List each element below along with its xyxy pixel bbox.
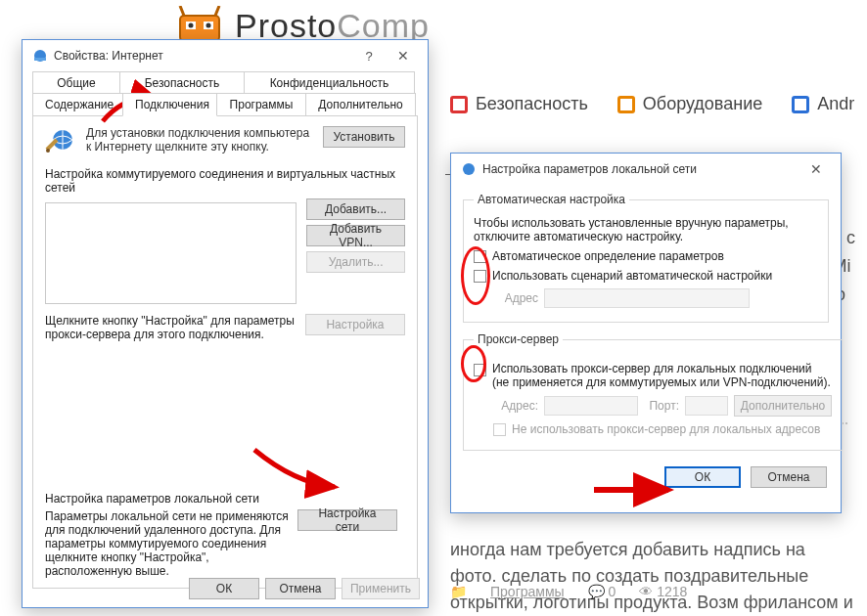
add-button[interactable]: Добавить... [306,198,405,220]
tab-advanced[interactable]: Дополнительно [305,93,416,116]
use-proxy-label: Использовать прокси-сервер для локальных… [492,362,832,389]
use-proxy-checkbox[interactable] [474,364,486,376]
ok-button[interactable]: ОК [664,466,741,488]
proxy-hint: Щелкните кнопку "Настройка" для параметр… [45,314,296,341]
tab-programs[interactable]: Программы [216,93,306,116]
connections-list[interactable] [45,202,297,304]
apply-button: Применить [342,578,420,599]
bypass-local-label: Не использовать прокси-сервер для локаль… [512,422,820,436]
close-button[interactable]: ✕ [385,48,422,64]
help-button[interactable]: ? [353,49,385,64]
meta-category-link[interactable]: Программы [490,584,565,599]
category-nav: Безопасность Оборудование Andr [450,94,867,114]
script-address-label: Адрес [493,291,538,305]
proxy-address-label: Адрес: [493,399,538,413]
svg-point-4 [206,23,211,28]
tab-security[interactable]: Безопасность [119,71,245,94]
script-address-input [544,288,750,308]
lan-settings-dialog: Настройка параметров локальной сети ✕ Ав… [450,153,842,513]
proxy-port-input [685,396,728,416]
proxy-address-input [544,396,638,416]
proxy-legend: Прокси-сервер [474,332,563,346]
titlebar: Свойства: Интернет ? ✕ [23,40,428,71]
auto-hint: Чтобы использовать установленные вручную… [474,216,818,243]
ok-button[interactable]: ОК [189,578,259,599]
dialog-title: Настройка параметров локальной сети [482,162,798,176]
tab-general[interactable]: Общие [32,71,120,94]
cat-android[interactable]: Andr [792,94,854,114]
chip-icon [617,96,635,113]
views-icon: 👁 1218 [639,584,687,599]
add-vpn-button[interactable]: Добавить VPN... [306,225,405,246]
delete-button: Удалить... [306,251,405,273]
auto-config-group: Автоматическая настройка Чтобы использов… [463,193,829,323]
settings-button: Настройка [305,314,405,335]
tab-connections[interactable]: Подключения [122,93,217,116]
globe-wizard-icon [45,126,76,157]
cat-hardware[interactable]: Оборудование [617,94,762,114]
svg-point-11 [463,163,475,175]
svg-rect-8 [34,58,46,61]
bypass-local-checkbox [493,423,506,436]
titlebar: Настройка параметров локальной сети ✕ [451,154,841,185]
cancel-button[interactable]: Отмена [751,466,827,488]
close-button[interactable]: ✕ [798,161,835,177]
lan-settings-button[interactable]: Настройка сети [297,509,397,531]
advanced-button: Дополнительно [734,395,832,417]
cat-security[interactable]: Безопасность [450,94,588,114]
proxy-port-label: Порт: [644,399,679,413]
dialup-section-label: Настройка коммутируемого соединения и ви… [45,167,405,195]
tab-content[interactable]: Содержание [32,93,123,116]
svg-point-10 [46,149,50,153]
setup-hint: Для установки подключения компьютера к И… [86,126,313,154]
internet-properties-dialog: Свойства: Интернет ? ✕ Общие Безопасност… [22,39,429,608]
folder-icon: 📁 [450,584,467,599]
auto-script-label: Использовать сценарий автоматической нас… [492,269,772,283]
comments-icon: 💬 0 [588,584,616,599]
install-button[interactable]: Установить [323,126,405,148]
phone-icon [792,96,809,113]
connections-pane: Для установки подключения компьютера к И… [32,115,418,589]
internet-options-icon [461,161,477,177]
auto-detect-label: Автоматическое определение параметров [492,249,724,263]
proxy-group: Прокси-сервер Использовать прокси-сервер… [463,332,843,451]
dialog-title: Свойства: Интернет [54,49,353,63]
shield-icon [450,96,468,113]
svg-point-3 [189,23,194,28]
article-meta: 📁 Программы 💬 0 👁 1218 [450,584,687,599]
lan-note: Параметры локальной сети не применяются … [45,509,290,578]
auto-config-legend: Автоматическая настройка [474,193,629,206]
internet-options-icon [32,48,48,64]
tab-privacy[interactable]: Конфиденциальность [244,71,415,94]
dialog-buttons: ОК Отмена Применить [23,570,428,607]
lan-section-label: Настройка параметров локальной сети [45,492,405,506]
auto-script-checkbox[interactable] [474,270,486,283]
cancel-button[interactable]: Отмена [265,578,336,599]
auto-detect-checkbox[interactable] [474,250,486,263]
